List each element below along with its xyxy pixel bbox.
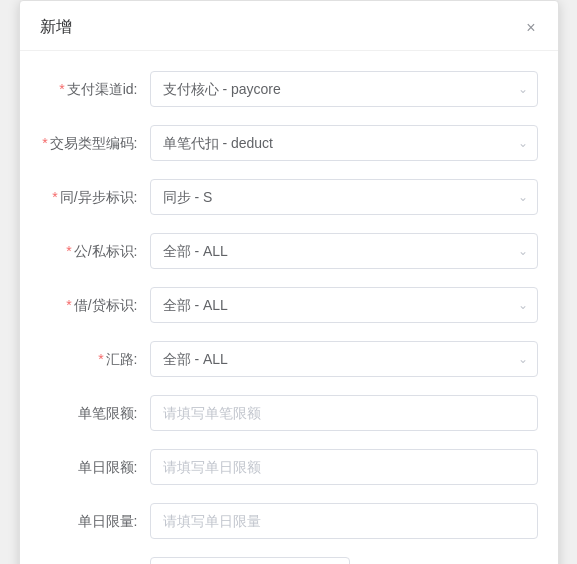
single-limit-input[interactable]: [150, 395, 538, 431]
public-private-flag-select[interactable]: 全部 - ALL: [150, 233, 538, 269]
form-label-transaction-type-code: 交易类型编码:: [40, 133, 150, 154]
dialog-body: 支付渠道id:支付核心 - paycore⌄交易类型编码:单笔代扣 - dedu…: [20, 51, 558, 564]
form-row: 交易类型编码:单笔代扣 - deduct⌄: [40, 125, 538, 161]
debit-credit-flag-select[interactable]: 全部 - ALL: [150, 287, 538, 323]
form-row: 借/贷标识:全部 - ALL⌄: [40, 287, 538, 323]
select-wrapper-payment-channel-id: 支付核心 - paycore⌄: [150, 71, 538, 107]
form-row: 禁用日期:: [40, 557, 538, 564]
daily-count-limit-input[interactable]: [150, 503, 538, 539]
select-wrapper-public-private-flag: 全部 - ALL⌄: [150, 233, 538, 269]
select-wrapper-debit-credit-flag: 全部 - ALL⌄: [150, 287, 538, 323]
form-row: 单日限额:: [40, 449, 538, 485]
form-label-debit-credit-flag: 借/贷标识:: [40, 295, 150, 316]
select-wrapper-sync-async-flag: 同步 - S⌄: [150, 179, 538, 215]
sync-async-flag-select[interactable]: 同步 - S: [150, 179, 538, 215]
dialog-title: 新增: [40, 17, 72, 38]
select-wrapper-transaction-type-code: 单笔代扣 - deduct⌄: [150, 125, 538, 161]
form-control-sync-async-flag: 同步 - S⌄: [150, 179, 538, 215]
form-control-route: 全部 - ALL⌄: [150, 341, 538, 377]
select-wrapper-route: 全部 - ALL⌄: [150, 341, 538, 377]
form-label-payment-channel-id: 支付渠道id:: [40, 79, 150, 100]
dialog-header: 新增 ×: [20, 1, 558, 51]
form-control-single-limit: [150, 395, 538, 431]
form-label-sync-async-flag: 同/异步标识:: [40, 187, 150, 208]
form-control-transaction-type-code: 单笔代扣 - deduct⌄: [150, 125, 538, 161]
form-label-route: 汇路:: [40, 349, 150, 370]
form-label-daily-count-limit: 单日限量:: [40, 511, 150, 532]
form-control-public-private-flag: 全部 - ALL⌄: [150, 233, 538, 269]
form-label-daily-limit: 单日限额:: [40, 457, 150, 478]
form-control-daily-limit: [150, 449, 538, 485]
form-control-disable-date: [150, 557, 538, 564]
form-control-debit-credit-flag: 全部 - ALL⌄: [150, 287, 538, 323]
form-row: 支付渠道id:支付核心 - paycore⌄: [40, 71, 538, 107]
payment-channel-id-select[interactable]: 支付核心 - paycore: [150, 71, 538, 107]
form-row: 公/私标识:全部 - ALL⌄: [40, 233, 538, 269]
route-select[interactable]: 全部 - ALL: [150, 341, 538, 377]
form-row: 汇路:全部 - ALL⌄: [40, 341, 538, 377]
form-row: 同/异步标识:同步 - S⌄: [40, 179, 538, 215]
form-row: 单日限量:: [40, 503, 538, 539]
form-row: 单笔限额:: [40, 395, 538, 431]
daily-limit-input[interactable]: [150, 449, 538, 485]
form-control-payment-channel-id: 支付核心 - paycore⌄: [150, 71, 538, 107]
form-label-public-private-flag: 公/私标识:: [40, 241, 150, 262]
transaction-type-code-select[interactable]: 单笔代扣 - deduct: [150, 125, 538, 161]
close-button[interactable]: ×: [524, 18, 537, 38]
form-label-single-limit: 单笔限额:: [40, 403, 150, 424]
dialog: 新增 × 支付渠道id:支付核心 - paycore⌄交易类型编码:单笔代扣 -…: [19, 0, 559, 564]
form-control-daily-count-limit: [150, 503, 538, 539]
disable-date-input[interactable]: [150, 557, 350, 564]
